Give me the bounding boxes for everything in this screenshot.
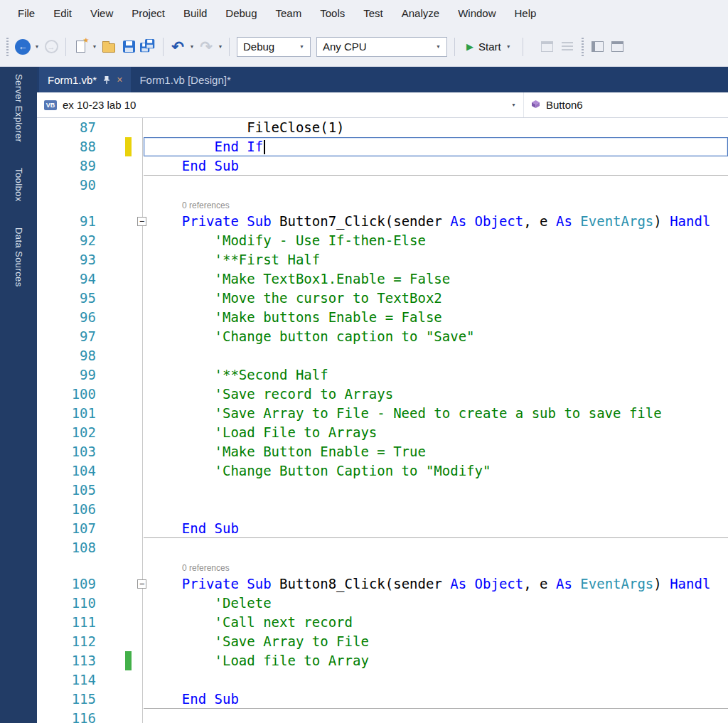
code-line[interactable]: 87 FileClose(1) (37, 118, 728, 137)
line-number[interactable]: 103 (37, 442, 100, 461)
code-line[interactable]: 89 End Sub (37, 156, 728, 176)
code-text[interactable]: 'Load File to Arrays (149, 423, 728, 442)
code-text[interactable]: FileClose(1) (149, 118, 728, 137)
line-number[interactable]: 107 (37, 519, 100, 538)
code-text[interactable] (149, 176, 728, 195)
code-line[interactable]: 102 'Load File to Arrays (37, 423, 728, 442)
code-text[interactable]: End If (149, 137, 728, 156)
code-line[interactable]: 98 (37, 346, 728, 365)
line-number[interactable]: 104 (37, 461, 100, 481)
line-number[interactable]: 88 (37, 137, 100, 156)
code-line[interactable]: 88 End If (37, 137, 728, 156)
save-button[interactable] (119, 36, 139, 58)
line-number[interactable]: 94 (37, 269, 100, 289)
code-line[interactable]: 116 (37, 709, 728, 723)
code-line[interactable]: 99 '**Second Half (37, 365, 728, 385)
code-line[interactable]: 97 'Change button caption to "Save" (37, 327, 728, 346)
navigate-forward-button[interactable]: → (41, 36, 61, 58)
code-text[interactable]: 'Change button caption to "Save" (149, 327, 728, 346)
undo-button[interactable]: ↶ (168, 36, 188, 58)
line-number[interactable]: 108 (37, 538, 100, 557)
code-text[interactable] (149, 500, 728, 519)
codelens-references[interactable]: 0 references (182, 563, 230, 573)
code-line[interactable]: 103 'Make Button Enable = True (37, 442, 728, 461)
line-number[interactable]: 90 (37, 176, 100, 195)
code-text[interactable]: End Sub (149, 156, 728, 176)
menu-window[interactable]: Window (449, 0, 505, 27)
code-text[interactable]: 'Move the cursor to TextBox2 (149, 289, 728, 308)
code-line[interactable]: 93 '**First Half (37, 250, 728, 269)
menu-tools[interactable]: Tools (311, 0, 354, 27)
code-text[interactable] (149, 709, 728, 723)
code-text[interactable]: End Sub (149, 519, 728, 538)
open-file-button[interactable] (99, 36, 119, 58)
line-number[interactable]: 100 (37, 385, 100, 404)
line-number[interactable]: 109 (37, 574, 100, 594)
menu-view[interactable]: View (81, 0, 122, 27)
start-debugging-button[interactable]: ▶ Start ▼ (459, 36, 518, 58)
line-number[interactable]: 96 (37, 308, 100, 327)
code-text[interactable]: 'Call next record (149, 613, 728, 632)
code-text[interactable]: 'Save Array to File (149, 632, 728, 651)
code-editor[interactable]: 87 FileClose(1)88 End If89 End Sub900 re… (37, 118, 728, 723)
code-text[interactable]: 'Load file to Array (149, 651, 728, 670)
code-text[interactable]: End Sub (149, 690, 728, 709)
code-line[interactable]: 101 'Save Array to File - Need to create… (37, 404, 728, 423)
code-line[interactable]: 107 End Sub (37, 519, 728, 538)
project-dropdown[interactable]: VB ex 10-23 lab 10 ▼ (37, 92, 523, 117)
code-line[interactable]: 92 'Modify - Use If-then-Else (37, 231, 728, 250)
code-text[interactable] (149, 670, 728, 690)
navigate-backward-dropdown[interactable]: ▼ (33, 44, 41, 49)
code-line[interactable]: 113 'Load file to Array (37, 651, 728, 670)
code-line[interactable]: 91− Private Sub Button7_Click(sender As … (37, 212, 728, 231)
fold-collapse-button[interactable]: − (137, 579, 146, 589)
codelens-references[interactable]: 0 references (182, 200, 230, 210)
code-text[interactable]: Private Sub Button8_Click(sender As Obje… (149, 574, 728, 594)
menu-project[interactable]: Project (122, 0, 174, 27)
menu-debug[interactable]: Debug (216, 0, 266, 27)
solution-explorer-button[interactable] (588, 36, 608, 58)
code-text[interactable]: 'Modify - Use If-then-Else (149, 231, 728, 250)
code-text[interactable]: 'Save record to Arrays (149, 385, 728, 404)
toolbar-drag-handle[interactable] (582, 38, 584, 56)
line-number[interactable]: 114 (37, 670, 100, 690)
navigate-backward-button[interactable]: ← (13, 36, 33, 58)
line-number[interactable]: 111 (37, 613, 100, 632)
code-line[interactable]: 104 'Change Button Caption to "Modify" (37, 461, 728, 481)
code-line[interactable]: 105 (37, 481, 728, 500)
side-tab-toolbox[interactable]: Toolbox (14, 168, 24, 202)
line-number[interactable]: 98 (37, 346, 100, 365)
code-text[interactable]: Private Sub Button7_Click(sender As Obje… (149, 212, 728, 231)
code-line[interactable]: 96 'Make buttons Enable = False (37, 308, 728, 327)
line-number[interactable]: 97 (37, 327, 100, 346)
command-window-button[interactable] (557, 36, 577, 58)
code-text[interactable]: 'Make TextBox1.Enable = False (149, 269, 728, 289)
line-number[interactable]: 91 (37, 212, 100, 231)
code-line[interactable]: 112 'Save Array to File (37, 632, 728, 651)
code-line[interactable]: 115 End Sub (37, 690, 728, 709)
line-number[interactable]: 101 (37, 404, 100, 423)
code-line[interactable]: 111 'Call next record (37, 613, 728, 632)
line-number[interactable]: 110 (37, 594, 100, 613)
new-file-button[interactable]: ★ (70, 36, 90, 58)
find-in-files-button[interactable] (537, 36, 557, 58)
code-line[interactable]: 95 'Move the cursor to TextBox2 (37, 289, 728, 308)
properties-window-button[interactable] (608, 36, 628, 58)
code-line[interactable]: 110 'Delete (37, 594, 728, 613)
close-icon[interactable]: × (117, 75, 122, 85)
code-line[interactable]: 100 'Save record to Arrays (37, 385, 728, 404)
pin-icon[interactable] (103, 75, 110, 85)
side-tab-data-sources[interactable]: Data Sources (14, 227, 24, 287)
menu-edit[interactable]: Edit (44, 0, 81, 27)
menu-file[interactable]: File (9, 0, 44, 27)
code-text[interactable] (149, 538, 728, 557)
line-number[interactable]: 95 (37, 289, 100, 308)
document-tab[interactable]: Form1.vb [Design]* (131, 67, 239, 92)
code-text[interactable]: 'Make Button Enable = True (149, 442, 728, 461)
line-number[interactable]: 116 (37, 709, 100, 723)
undo-dropdown[interactable]: ▼ (188, 44, 196, 49)
line-number[interactable]: 93 (37, 250, 100, 269)
code-text[interactable] (149, 481, 728, 500)
redo-button[interactable]: ↷ (196, 36, 216, 58)
code-line[interactable]: 106 (37, 500, 728, 519)
